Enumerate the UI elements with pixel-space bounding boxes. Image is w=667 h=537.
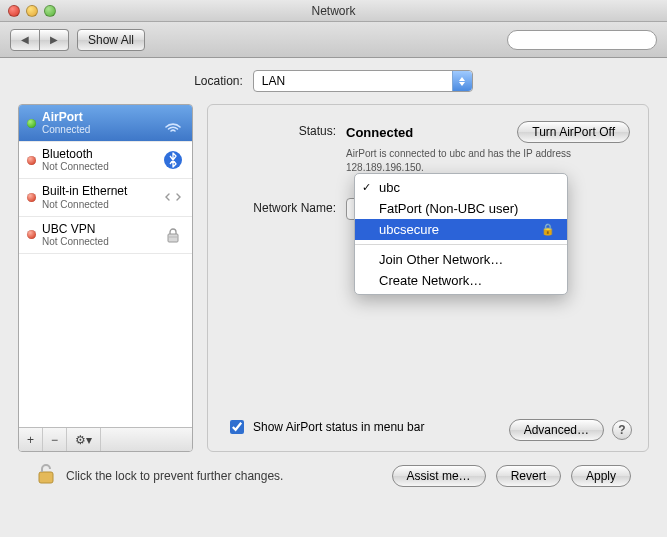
network-option-ubcsecure[interactable]: ubcsecure 🔒 — [355, 219, 567, 240]
network-name-label: Network Name: — [226, 198, 346, 215]
service-name: AirPort — [42, 111, 90, 124]
titlebar: Network — [0, 0, 667, 22]
window-footer: Click the lock to prevent further change… — [18, 452, 649, 489]
chevron-right-icon: ▶ — [50, 34, 58, 45]
service-state: Not Connected — [42, 236, 109, 247]
airport-icon — [162, 112, 184, 134]
service-state: Not Connected — [42, 199, 127, 210]
service-name: Bluetooth — [42, 148, 109, 161]
preferences-toolbar: ◀ ▶ Show All — [0, 22, 667, 58]
vpn-lock-icon — [162, 224, 184, 246]
forward-button[interactable]: ▶ — [40, 29, 69, 51]
location-popup[interactable]: LAN — [253, 70, 473, 92]
service-item-vpn[interactable]: UBC VPN Not Connected — [19, 217, 192, 254]
lock-icon: 🔒 — [541, 223, 555, 236]
services-list: AirPort Connected Bluetooth Not Connecte… — [19, 105, 192, 427]
lock-row: Click the lock to prevent further change… — [36, 462, 283, 489]
window-title: Network — [0, 4, 667, 18]
location-label: Location: — [194, 74, 243, 88]
turn-airport-off-button[interactable]: Turn AirPort Off — [517, 121, 630, 143]
service-item-airport[interactable]: AirPort Connected — [19, 105, 192, 142]
show-all-button[interactable]: Show All — [77, 29, 145, 51]
join-other-network-item[interactable]: Join Other Network… — [355, 249, 567, 270]
status-dot-icon — [27, 230, 36, 239]
status-row: Status: Connected Turn AirPort Off AirPo… — [226, 121, 630, 174]
revert-button[interactable]: Revert — [496, 465, 561, 487]
popup-stepper-icon — [452, 71, 472, 91]
back-button[interactable]: ◀ — [10, 29, 40, 51]
services-footer: + − ⚙▾ — [19, 427, 192, 451]
apply-button[interactable]: Apply — [571, 465, 631, 487]
menu-separator — [355, 244, 567, 245]
service-detail-panel: Status: Connected Turn AirPort Off AirPo… — [207, 104, 649, 452]
advanced-help-group: Advanced… ? — [509, 419, 632, 441]
network-option-fatport[interactable]: FatPort (Non-UBC user) — [355, 198, 567, 219]
service-item-ethernet[interactable]: Built-in Ethernet Not Connected — [19, 179, 192, 216]
network-name-menu: ✓ ubc FatPort (Non-UBC user) ubcsecure 🔒… — [354, 173, 568, 295]
network-option-label: ubc — [379, 180, 400, 195]
location-value: LAN — [262, 74, 285, 88]
content-area: Location: LAN AirPort Connected — [0, 58, 667, 499]
ethernet-icon — [162, 186, 184, 208]
svg-rect-3 — [168, 234, 178, 242]
status-dot-icon — [27, 193, 36, 202]
network-option-ubc[interactable]: ✓ ubc — [355, 177, 567, 198]
unlock-icon[interactable] — [36, 462, 58, 489]
status-label: Status: — [226, 121, 346, 138]
network-option-label: FatPort (Non-UBC user) — [379, 201, 518, 216]
show-status-checkbox-row: Show AirPort status in menu bar — [226, 417, 424, 437]
service-state: Connected — [42, 124, 90, 135]
status-dot-icon — [27, 156, 36, 165]
status-value: Connected — [346, 125, 413, 140]
service-name: Built-in Ethernet — [42, 185, 127, 198]
service-item-bluetooth[interactable]: Bluetooth Not Connected — [19, 142, 192, 179]
add-service-button[interactable]: + — [19, 428, 43, 451]
help-button[interactable]: ? — [612, 420, 632, 440]
remove-service-button[interactable]: − — [43, 428, 67, 451]
show-status-label: Show AirPort status in menu bar — [253, 420, 424, 434]
lock-text: Click the lock to prevent further change… — [66, 469, 283, 483]
nav-segmented-control: ◀ ▶ — [10, 29, 69, 51]
status-dot-icon — [27, 119, 36, 128]
service-actions-button[interactable]: ⚙▾ — [67, 428, 101, 451]
advanced-button[interactable]: Advanced… — [509, 419, 604, 441]
services-sidebar: AirPort Connected Bluetooth Not Connecte… — [18, 104, 193, 452]
panes: AirPort Connected Bluetooth Not Connecte… — [18, 104, 649, 452]
check-icon: ✓ — [362, 181, 371, 194]
service-name: UBC VPN — [42, 223, 109, 236]
assist-me-button[interactable]: Assist me… — [392, 465, 486, 487]
create-network-item[interactable]: Create Network… — [355, 270, 567, 291]
status-subinfo: AirPort is connected to ubc and has the … — [346, 147, 596, 174]
search-field[interactable] — [507, 30, 657, 50]
chevron-left-icon: ◀ — [21, 34, 29, 45]
bluetooth-icon — [162, 149, 184, 171]
service-state: Not Connected — [42, 161, 109, 172]
search-input[interactable] — [518, 33, 660, 47]
location-row: Location: LAN — [18, 70, 649, 92]
show-status-checkbox[interactable] — [230, 420, 244, 434]
network-option-label: ubcsecure — [379, 222, 439, 237]
menu-action-label: Create Network… — [379, 273, 482, 288]
menu-action-label: Join Other Network… — [379, 252, 503, 267]
svg-rect-5 — [39, 472, 53, 483]
